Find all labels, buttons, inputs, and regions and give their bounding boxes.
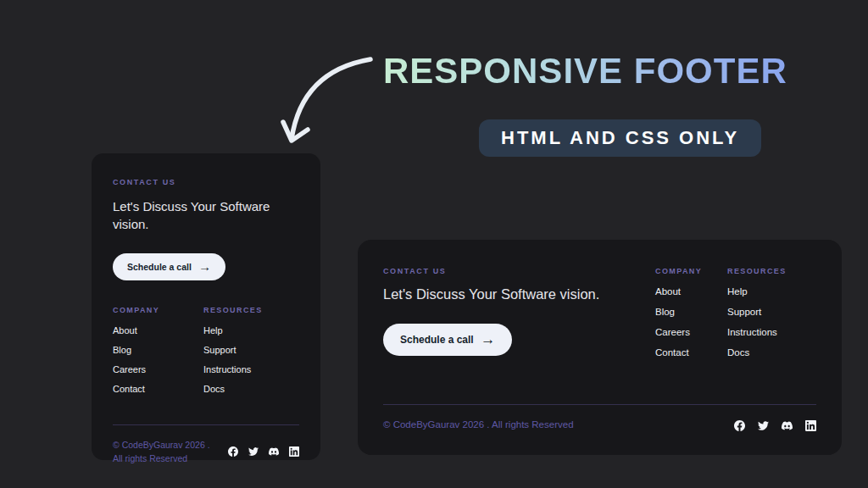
hand-drawn-arrow — [270, 44, 384, 154]
company-column-title: COMPANY — [655, 267, 727, 275]
footer-divider — [383, 404, 816, 405]
schedule-call-button[interactable]: Schedule a call → — [113, 253, 225, 280]
contact-us-label: CONTACT US — [113, 178, 299, 186]
mobile-footer-card: CONTACT US Let's Discuss Your Software v… — [92, 153, 320, 460]
schedule-call-label: Schedule a call — [400, 334, 474, 346]
twitter-icon[interactable] — [758, 420, 769, 431]
social-links — [734, 420, 816, 431]
facebook-icon[interactable] — [228, 446, 238, 457]
resources-column: RESOURCES Help Support Instructions Docs — [203, 306, 294, 403]
link-contact[interactable]: Contact — [655, 347, 727, 358]
link-blog[interactable]: Blog — [113, 345, 203, 355]
subtitle-badge: HTML AND CSS ONLY — [479, 119, 761, 157]
link-support[interactable]: Support — [727, 307, 816, 317]
company-column: COMPANY About Blog Careers Contact — [113, 306, 203, 403]
link-help[interactable]: Help — [203, 325, 294, 336]
footer-headline: Let's Discuss Your Software vision. — [383, 286, 599, 302]
linkedin-icon[interactable] — [805, 420, 816, 431]
company-column-title: COMPANY — [113, 306, 203, 314]
resources-column-title: RESOURCES — [203, 306, 294, 314]
discord-icon[interactable] — [269, 446, 279, 457]
footer-link-columns: COMPANY About Blog Careers Contact RESOU… — [113, 306, 299, 403]
schedule-call-button[interactable]: Schedule a call → — [383, 324, 512, 356]
footer-cta-block: CONTACT US Let's Discuss Your Software v… — [383, 267, 599, 368]
contact-us-label: CONTACT US — [383, 267, 599, 275]
link-contact[interactable]: Contact — [113, 384, 203, 394]
schedule-call-label: Schedule a call — [127, 262, 192, 272]
link-docs[interactable]: Docs — [727, 347, 816, 358]
right-arrow-icon: → — [481, 334, 495, 345]
linkedin-icon[interactable] — [289, 446, 299, 457]
facebook-icon[interactable] — [734, 420, 745, 431]
copyright-text: © CodeByGaurav 2026 . All rights Reserve… — [383, 418, 574, 433]
right-arrow-icon: → — [198, 262, 211, 271]
link-instructions[interactable]: Instructions — [727, 327, 816, 337]
social-links — [228, 446, 299, 457]
link-help[interactable]: Help — [727, 286, 816, 297]
link-blog[interactable]: Blog — [655, 307, 727, 317]
footer-link-columns: COMPANY About Blog Careers Contact RESOU… — [655, 267, 816, 368]
link-instructions[interactable]: Instructions — [203, 364, 294, 374]
link-careers[interactable]: Careers — [655, 327, 727, 337]
discord-icon[interactable] — [782, 420, 793, 431]
footer-headline: Let's Discuss Your Software vision. — [113, 197, 287, 233]
page-title: RESPONSIVE FOOTER — [383, 51, 787, 92]
company-column: COMPANY About Blog Careers Contact — [655, 267, 727, 368]
resources-column-title: RESOURCES — [727, 267, 816, 275]
link-docs[interactable]: Docs — [203, 384, 294, 394]
twitter-icon[interactable] — [248, 446, 259, 457]
footer-top-row: CONTACT US Let's Discuss Your Software v… — [383, 267, 816, 368]
link-support[interactable]: Support — [203, 345, 294, 355]
resources-column: RESOURCES Help Support Instructions Docs — [727, 267, 816, 368]
link-about[interactable]: About — [655, 286, 727, 297]
footer-bottom-bar: © CodeByGaurav 2026 . All rights Reserve… — [113, 438, 299, 466]
link-careers[interactable]: Careers — [113, 364, 203, 374]
copyright-text: © CodeByGaurav 2026 . All rights Reserve… — [113, 438, 220, 466]
footer-bottom-bar: © CodeByGaurav 2026 . All rights Reserve… — [383, 418, 816, 433]
link-about[interactable]: About — [113, 325, 203, 336]
desktop-footer-card: CONTACT US Let's Discuss Your Software v… — [358, 240, 842, 455]
footer-divider — [113, 424, 299, 425]
